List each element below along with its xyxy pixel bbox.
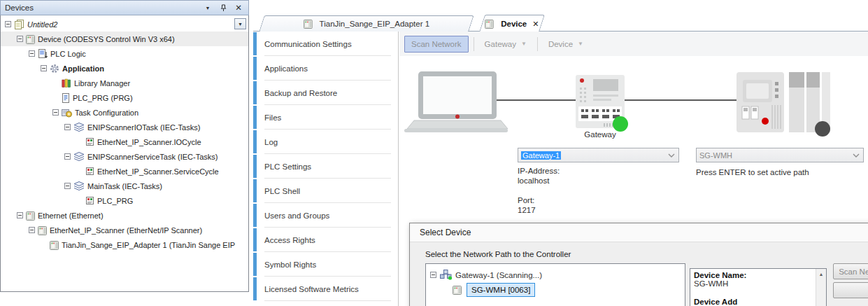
nav-item-files[interactable]: Files [253,105,398,130]
device-name-label: Device Name: [694,271,812,279]
nav-item-label: Log [264,138,278,146]
tree-item-label: EtherNet_IP_Scanner (EtherNet/IP Scanner… [50,226,202,235]
tree-item-tianjin-sange-eip-adapter-1-tianjin-sange-eip[interactable]: TianJin_Sange_EIP_Adapter 1 (TianJin San… [1,237,248,252]
tree-item-ethernet-ethernet[interactable]: Ethernet (Ethernet) [1,208,248,223]
tree-expander[interactable] [17,36,26,42]
tree-item-plc-logic[interactable]: PLC Logic [1,46,248,61]
tree-item-plc-prg-prg[interactable]: PLC_PRG (PRG) [1,90,248,105]
nav-item-plc-settings[interactable]: PLC Settings [253,154,398,179]
tree-item-maintask-iec-tasks[interactable]: MainTask (IEC-Tasks) [1,179,248,193]
scroll-up-icon[interactable]: ▲ [816,269,826,279]
tree-expander[interactable] [17,212,26,218]
panel-menu-chevron-icon[interactable]: ▼ [202,3,213,13]
nav-item-backup-and-restore[interactable]: Backup and Restore [253,81,398,105]
tree-item-ethernet-ip-scanner-servicecycle[interactable]: EtherNet_IP_Scanner.ServiceCycle [1,164,248,179]
device-address-label: Device Add [694,298,812,306]
tree-item-untitled2[interactable]: Untitled2▼ [1,17,248,32]
tree-item-task-configuration[interactable]: Task Configuration [1,105,248,120]
tree-item-gateway-1[interactable]: Gateway-1 (Scanning...) [426,267,685,282]
nav-item-applications[interactable]: Applications [253,56,398,81]
tree-item-plc-prg[interactable]: PLC_PRG [1,193,248,208]
tree-item-application[interactable]: Application [1,61,248,76]
connector-line [623,99,739,101]
device-icon [26,211,35,221]
nav-item-label: Files [264,113,281,122]
nav-item-users-and-groups[interactable]: Users and Groups [253,203,398,228]
selected-device-node[interactable]: SG-WMH [0063] [467,283,535,297]
chevron-down-icon [668,153,675,158]
task-config-icon [62,108,72,118]
project-dropdown-button[interactable]: ▼ [234,18,246,29]
nav-item-symbol-rights[interactable]: Symbol Rights [253,252,398,277]
dialog-scan-network-button[interactable]: Scan Network [833,263,868,279]
tree-item-device-codesys-control-win-v3-x64[interactable]: Device (CODESYS Control Win V3 x64) [1,32,248,46]
tab-close-icon[interactable]: ✕ [532,20,539,29]
scrollbar[interactable]: ▲ [816,269,826,306]
project-icon [14,20,24,29]
device-tree: Untitled2▼Device (CODESYS Control Win V3… [0,15,249,292]
tree-expander[interactable] [64,124,73,130]
nav-item-access-rights[interactable]: Access Rights [253,228,398,252]
dialog-titlebar[interactable]: Select Device [410,223,868,242]
dialog-secondary-button[interactable] [833,282,868,298]
tree-expander[interactable] [64,183,73,189]
tree-expander[interactable] [29,50,38,57]
nav-item-log[interactable]: Log [253,130,398,154]
device-dropdown-button[interactable]: Device ▼ [543,36,589,53]
devices-panel-header: Devices ▼ ✕ [0,0,249,15]
task-icon [73,181,85,191]
device-name-value: SG-WMH [694,279,812,288]
network-path-tree: Gateway-1 (Scanning...) SG-WMH [0063] [425,263,685,306]
tree-item-ethernet-ip-scanner-ethernet-ip-scanner[interactable]: EtherNet_IP_Scanner (EtherNet/IP Scanner… [1,223,248,237]
tree-item-label: PLC_PRG [97,197,133,205]
pin-icon[interactable] [218,3,229,13]
toolbar-separator [537,37,538,51]
gateway-dropdown-button[interactable]: Gateway ▼ [479,36,532,53]
tree-item-label: ENIPScannerIOTask (IEC-Tasks) [87,123,200,132]
tree-item-label: ENIPScannerServiceTask (IEC-Tasks) [87,153,218,161]
device-icon [38,225,47,235]
gateway-select-value: Gateway-1 [521,151,561,160]
gateway-select[interactable]: Gateway-1 [518,148,679,162]
nav-item-label: Licensed Software Metrics [264,285,359,293]
tree-item-label: Library Manager [74,79,130,88]
nav-item-label: Applications [264,64,308,73]
tree-expander[interactable] [52,109,62,116]
nav-item-label: Access Rights [264,236,315,244]
chevron-down-icon: ▼ [521,41,527,47]
nav-item-label: Communication Settings [264,40,352,48]
tab-tianjin-sange-eip-adapter[interactable]: TianJin_Sange_EIP_Adapter 1 [259,15,474,32]
tree-expander[interactable] [430,272,439,278]
tree-item-enipscanneriotask-iec-tasks[interactable]: ENIPScannerIOTask (IEC-Tasks) [1,120,248,134]
device-info-panel: Device Name: SG-WMH Device Add ▲ [690,268,827,306]
dialog-title: Select Device [420,228,471,237]
laptop-icon [403,69,509,134]
tree-expander[interactable] [41,65,50,71]
tab-device[interactable]: Device ✕ [479,15,545,32]
close-icon[interactable]: ✕ [233,3,244,13]
tree-item-label: Application [62,64,104,73]
devices-panel-title: Devices [5,4,34,12]
tree-item-library-manager[interactable]: Library Manager [1,76,248,90]
tree-item-enipscannerservicetask-iec-tasks[interactable]: ENIPScannerServiceTask (IEC-Tasks) [1,149,248,164]
tab-label: TianJin_Sange_EIP_Adapter 1 [320,20,430,28]
tree-item-ethernet-ip-scanner-iocycle[interactable]: EtherNet_IP_Scanner.IOCycle [1,134,248,149]
nav-item-plc-shell[interactable]: PLC Shell [253,179,398,203]
call-icon [85,196,94,205]
devices-panel: Devices ▼ ✕ Untitled2▼Device (CODESYS Co… [0,0,249,292]
nav-item-label: Symbol Rights [264,260,316,269]
scan-network-button[interactable]: Scan Network [404,36,469,53]
tree-item-sg-wmh[interactable]: SG-WMH [0063] [426,282,685,297]
device-path-select[interactable]: SG-WMH [696,148,864,162]
tree-expander[interactable] [29,227,38,233]
device-path-select-value: SG-WMH [699,151,732,160]
tree-expander[interactable] [64,153,73,160]
device-status-dark-icon [815,121,830,137]
press-enter-hint: Press ENTER to set active path [696,168,809,176]
task-icon [73,123,85,132]
tree-item-label: EtherNet_IP_Scanner.IOCycle [97,138,201,146]
nav-item-licensed-software-metrics[interactable]: Licensed Software Metrics [253,277,398,301]
nav-item-communication-settings[interactable]: Communication Settings [253,32,398,56]
editor-tab-bar: TianJin_Sange_EIP_Adapter 1 Device ✕ [253,14,868,32]
tree-expander[interactable] [5,21,14,27]
